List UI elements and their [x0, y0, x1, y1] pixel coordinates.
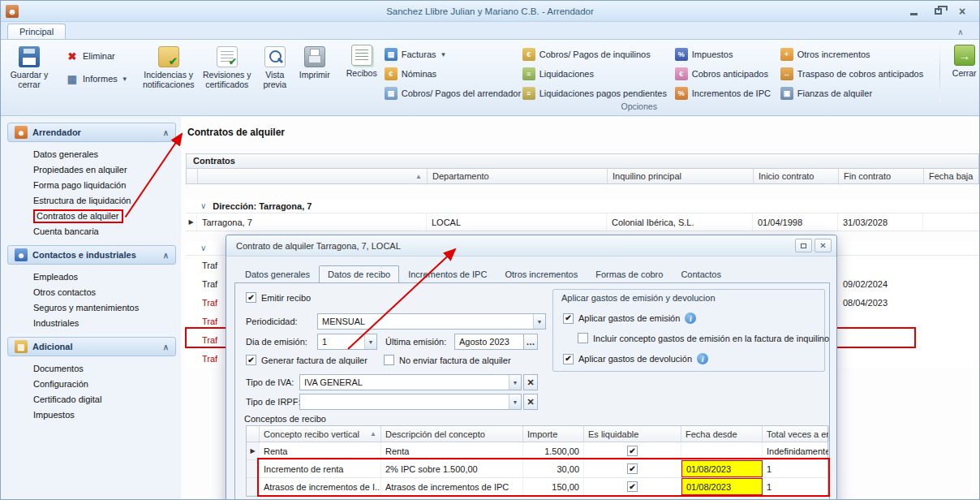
sidebar-group-contactos[interactable]: ☻ Contactos e industriales ∧ [7, 245, 176, 265]
aplicar-gastos-devolucion-checkbox[interactable]: Aplicar gastos de devolución i [563, 353, 708, 364]
info-icon[interactable]: i [685, 312, 696, 324]
sidebar-group-arrendador[interactable]: ☻ Arrendador ∧ [7, 123, 176, 142]
generar-factura-checkbox[interactable]: Generar factura de alquiler [246, 355, 368, 365]
cobros-pagos-arrendador-button[interactable]: ▤ Cobros/ Pagos del arrendador [381, 86, 519, 101]
tab-incrementos-ipc[interactable]: Incrementos de IPC [399, 265, 496, 282]
guardar-y-cerrar-button[interactable]: Guardar y cerrar [4, 44, 54, 93]
fianzas-button[interactable]: ▣ Fianzas de alquiler [777, 86, 936, 101]
nominas-button[interactable]: € Nóminas [381, 67, 519, 81]
sidebar-item-certificado-digital[interactable]: Certificado digital [32, 394, 176, 405]
tipo-irpf-select[interactable]: ▼ [299, 394, 522, 410]
incrementos-ipc-button[interactable]: % Incrementos de IPC [672, 86, 777, 101]
column-header-descripcion[interactable]: Descripción del concepto [381, 426, 523, 442]
cobros-anticipados-button[interactable]: € Cobros anticipados [672, 67, 777, 81]
sidebar-item-estructura-de-liquidacion[interactable]: Estructura de liquidación [32, 195, 176, 206]
column-header-total-veces[interactable]: Total veces a emit [763, 426, 829, 442]
sidebar-item-forma-pago-liquidacion[interactable]: Forma pago liquidación [32, 179, 176, 191]
column-header-fecha-baja[interactable]: Fecha baja [924, 169, 980, 183]
tipo-iva-select[interactable]: IVA GENERAL ▼ [299, 374, 522, 390]
conceptos-row[interactable]: ▶ Renta Renta 1.500,00 Indefinidamente [247, 442, 827, 460]
aplicar-gastos-emision-checkbox[interactable]: Aplicar gastos de emisión i [563, 312, 696, 324]
tab-datos-generales[interactable]: Datos generales [236, 265, 319, 282]
sidebar-item-impuestos[interactable]: Impuestos [32, 409, 176, 420]
incidencias-button[interactable]: Incidencias y notificaciones [140, 44, 198, 93]
column-header-fecha-desde[interactable]: Fecha desde [681, 426, 763, 442]
checkbox-unchecked-icon [578, 333, 588, 343]
cobros-pagos-inquilinos-button[interactable]: € Cobros/ Pagos de inquilinos [519, 47, 672, 62]
periodicidad-select[interactable]: MENSUAL ▼ [317, 313, 546, 330]
column-header-fin[interactable]: Fin contrato [839, 169, 924, 183]
dialog-close-button[interactable]: ✕ [815, 239, 832, 252]
facturas-button[interactable]: ▤ Facturas ▼ [381, 47, 519, 62]
printer-icon [304, 46, 325, 67]
tipo-irpf-clear-button[interactable]: ✕ [523, 394, 538, 410]
no-enviar-factura-checkbox[interactable]: No enviar factura de alquiler [384, 355, 511, 365]
column-header-inicio[interactable]: Inicio contrato [754, 169, 839, 183]
column-header-inquilino[interactable]: Inquilino principal [608, 169, 754, 183]
recibos-button[interactable]: Recibos [342, 42, 381, 80]
info-icon[interactable]: i [697, 353, 708, 364]
tab-otros-incrementos[interactable]: Otros incrementos [496, 265, 587, 282]
column-header-departamento[interactable]: Departamento [428, 169, 608, 183]
sidebar-item-contratos-de-alquiler[interactable]: Contratos de alquiler [32, 210, 176, 222]
ribbon-collapse-icon[interactable]: ∧ [953, 28, 968, 37]
invoice-icon: ▤ [385, 48, 398, 61]
traspaso-cobros-button[interactable]: ↔ Traspaso de cobros anticipados [777, 67, 936, 81]
cell-fecha-desde-highlighted: 01/08/2023 [681, 478, 763, 495]
sidebar-item-seguros[interactable]: Seguros y mantenimientos [32, 302, 176, 313]
sidebar-group-adicional[interactable]: ▥ Adicional ∧ [7, 337, 176, 356]
otros-incrementos-button[interactable]: + Otros incrementos [777, 47, 936, 62]
informes-button[interactable]: ▦ Informes ▼ [62, 71, 131, 86]
revisiones-button[interactable]: Revisiones y certificados [198, 44, 256, 93]
cell-es-liquidable[interactable] [584, 442, 681, 459]
sidebar-item-cuenta-bancaria[interactable]: Cuenta bancaria [32, 226, 176, 237]
incluir-concepto-checkbox[interactable]: Incluir concepto gastos de emisión en la… [578, 333, 829, 343]
minimize-button[interactable] [903, 4, 924, 18]
imprimir-button[interactable]: Imprimir [294, 44, 336, 82]
liquidaciones-pendientes-button[interactable]: ≡ Liquidaciones pagos pendientes [519, 86, 672, 101]
column-header-es-liquidable[interactable]: Es liquidable [584, 426, 681, 442]
ultima-emision-ellipsis-button[interactable]: … [523, 334, 538, 350]
impuestos-button[interactable]: % Impuestos [672, 47, 777, 62]
dialog-restore-button[interactable] [795, 239, 812, 252]
chevron-down-icon[interactable]: ▼ [364, 334, 376, 349]
table-row[interactable]: ▶ Tarragona, 7 LOCAL Colonial Ibérica, S… [186, 213, 979, 231]
group-row-direccion[interactable]: ∨ Dirección: Tarragona, 7 [186, 199, 979, 213]
sidebar-item-empleados[interactable]: Empleados [32, 271, 176, 282]
tipo-iva-clear-button[interactable]: ✕ [523, 374, 538, 390]
sidebar-item-documentos[interactable]: Documentos [32, 363, 176, 374]
cell-es-liquidable[interactable] [584, 460, 681, 477]
column-header-concepto[interactable]: Concepto recibo vertical▲ [260, 426, 381, 442]
cell-es-liquidable[interactable] [584, 478, 681, 495]
liquidaciones-button[interactable]: ≡ Liquidaciones [519, 67, 672, 81]
sidebar-item-otros-contactos[interactable]: Otros contactos [32, 287, 176, 298]
tab-datos-de-recibo[interactable]: Datos de recibo [319, 265, 399, 282]
cell-fecha-desde [681, 442, 763, 459]
sidebar-item-industriales[interactable]: Industriales [32, 317, 176, 329]
ultima-emision-field[interactable]: Agosto 2023 [454, 334, 524, 350]
chevron-down-icon[interactable]: ▼ [509, 375, 521, 390]
dia-emision-select[interactable]: 1 ▼ [317, 334, 377, 350]
tab-contactos[interactable]: Contactos [672, 265, 730, 282]
tab-principal[interactable]: Principal [7, 24, 66, 39]
restore-button[interactable] [927, 4, 948, 18]
no-enviar-factura-label: No enviar factura de alquiler [399, 356, 511, 365]
tab-formas-de-cobro[interactable]: Formas de cobro [587, 265, 672, 282]
chevron-down-icon[interactable]: ▼ [509, 394, 521, 409]
checklist-icon [217, 46, 238, 67]
conceptos-row[interactable]: Incremento de renta 2% IPC sobre 1.500,0… [247, 460, 827, 478]
column-header-nombre[interactable]: ▲ [198, 169, 428, 183]
sidebar-item-datos-generales[interactable]: Datos generales [32, 149, 176, 160]
conceptos-row[interactable]: Atrasos de incrementos de I... Atrasos d… [247, 478, 827, 496]
sidebar-item-configuracion[interactable]: Configuración [32, 378, 176, 390]
periodicidad-label: Periodicidad: [246, 317, 298, 326]
eliminar-button[interactable]: ✖ Eliminar [62, 49, 131, 63]
column-header-importe[interactable]: Importe [523, 426, 584, 442]
vista-previa-button[interactable]: Vista previa [256, 44, 294, 93]
emitir-recibo-checkbox[interactable]: Emitir recibo [246, 292, 311, 303]
sidebar-item-propiedades-en-alquiler[interactable]: Propiedades en alquiler [32, 164, 176, 175]
fianzas-label: Fianzas de alquiler [797, 88, 872, 98]
close-button[interactable]: × [952, 4, 973, 18]
cerrar-button[interactable]: → Cerrar [943, 42, 980, 115]
chevron-down-icon[interactable]: ▼ [533, 314, 545, 329]
